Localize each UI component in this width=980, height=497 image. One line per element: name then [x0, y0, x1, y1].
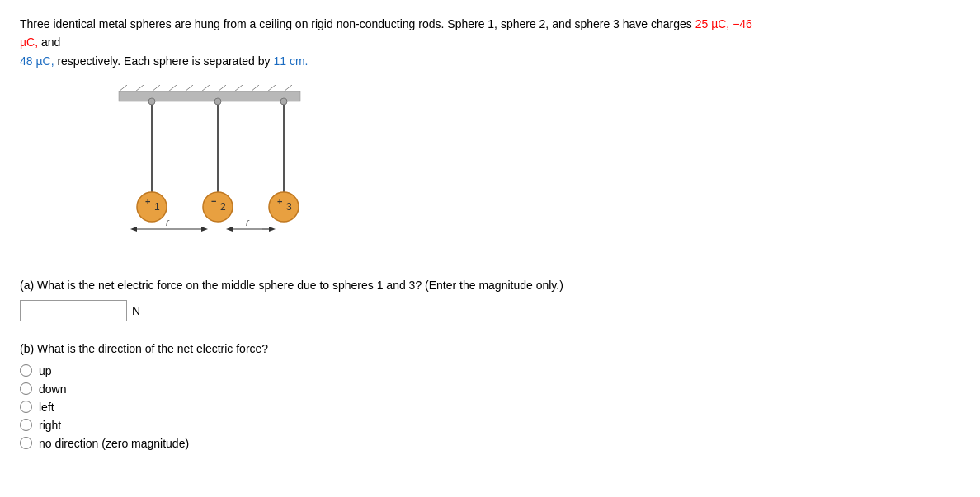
- part-b: (b) What is the direction of the net ele…: [20, 340, 960, 450]
- intro-end: and: [38, 35, 60, 49]
- svg-point-24: [269, 192, 299, 222]
- label-none[interactable]: no direction (zero magnitude): [39, 437, 189, 450]
- svg-line-11: [284, 85, 292, 91]
- diagram-svg: + 1 − 2 + 3 r r: [86, 85, 333, 258]
- diagram-container: + 1 − 2 + 3 r r: [86, 85, 333, 258]
- unit-label: N: [132, 304, 140, 317]
- svg-marker-35: [269, 227, 276, 232]
- svg-rect-0: [119, 91, 300, 101]
- svg-text:−: −: [211, 196, 216, 206]
- problem-text: Three identical metal spheres are hung f…: [20, 15, 762, 70]
- intro-text: Three identical metal spheres are hung f…: [20, 17, 695, 30]
- svg-line-1: [119, 85, 127, 91]
- label-up[interactable]: up: [39, 364, 52, 377]
- svg-marker-30: [201, 227, 208, 232]
- svg-point-16: [214, 98, 221, 105]
- part-a: (a) What is the net electric force on th…: [20, 276, 960, 321]
- svg-marker-33: [226, 227, 233, 232]
- svg-marker-28: [130, 227, 137, 232]
- svg-text:+: +: [277, 196, 282, 206]
- svg-line-6: [201, 85, 210, 91]
- svg-text:2: 2: [220, 201, 226, 213]
- direction-radio-group: up down left right no direction (zero ma…: [20, 364, 960, 450]
- charge3: 48 µC,: [20, 54, 54, 68]
- option-up[interactable]: up: [20, 364, 960, 377]
- svg-text:r: r: [166, 217, 170, 228]
- svg-line-7: [218, 85, 226, 91]
- separation: 11 cm.: [273, 54, 308, 68]
- part-a-question: (a) What is the net electric force on th…: [20, 276, 960, 294]
- svg-text:r: r: [246, 217, 250, 228]
- svg-point-18: [137, 192, 167, 222]
- label-down[interactable]: down: [39, 382, 66, 396]
- line2-rest: respectively. Each sphere is separated b…: [54, 54, 274, 68]
- magnitude-input[interactable]: [20, 300, 127, 321]
- radio-up[interactable]: [20, 364, 32, 377]
- svg-text:3: 3: [286, 201, 292, 213]
- svg-line-5: [185, 85, 193, 91]
- part-b-question: (b) What is the direction of the net ele…: [20, 340, 960, 358]
- option-right[interactable]: right: [20, 419, 960, 432]
- label-right[interactable]: right: [39, 419, 61, 432]
- svg-point-17: [280, 98, 287, 105]
- svg-line-10: [267, 85, 276, 91]
- radio-down[interactable]: [20, 382, 32, 395]
- svg-point-15: [148, 98, 155, 105]
- svg-line-9: [251, 85, 259, 91]
- option-none[interactable]: no direction (zero magnitude): [20, 437, 960, 450]
- radio-right[interactable]: [20, 419, 32, 431]
- option-left[interactable]: left: [20, 401, 960, 414]
- svg-point-21: [203, 192, 233, 222]
- svg-line-4: [168, 85, 177, 91]
- svg-text:1: 1: [154, 201, 160, 213]
- part-a-input-row: N: [20, 300, 960, 321]
- option-down[interactable]: down: [20, 382, 960, 396]
- radio-left[interactable]: [20, 401, 32, 413]
- radio-none[interactable]: [20, 437, 32, 449]
- svg-line-3: [152, 85, 160, 91]
- svg-line-8: [234, 85, 243, 91]
- svg-text:+: +: [145, 196, 150, 206]
- svg-line-2: [135, 85, 144, 91]
- charge1: 25 µC,: [695, 17, 730, 30]
- label-left[interactable]: left: [39, 401, 54, 414]
